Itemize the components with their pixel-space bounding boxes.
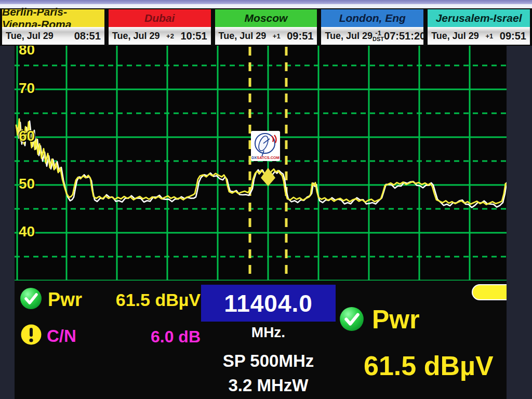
analyzer-panel: 8070605040 DXSATCS.COM Pwr 61.5 dBµV bbox=[15, 46, 507, 399]
bandwidth-readout: 3.2 MHzW bbox=[201, 376, 336, 395]
clock-city-label: Jerusalem-Israel bbox=[428, 9, 530, 27]
y-axis-tick-70: 70 bbox=[19, 81, 35, 96]
y-axis-tick-50: 50 bbox=[19, 177, 35, 191]
cn-value: 6.0 dB bbox=[82, 327, 201, 347]
clock-date: Tue, Jul 29 bbox=[6, 31, 54, 42]
clock-cell-dubai: DubaiTue, Jul 29+210:51 bbox=[108, 8, 212, 46]
frequency-display: 11404.0 bbox=[201, 285, 336, 322]
clock-time: 08:51 bbox=[74, 30, 101, 42]
clock-time: 07:51:20 bbox=[384, 30, 425, 42]
clock-cell-berlin-paris-vienna-roma: Berlin-Paris-Vienna-RomaTue, Jul 2908:51 bbox=[1, 8, 105, 46]
clock-time: 09:51 bbox=[287, 30, 313, 42]
cn-warning-icon bbox=[21, 324, 42, 345]
clock-utc-offset: +1 bbox=[479, 33, 500, 39]
clock-utc-offset: -1DST bbox=[373, 30, 384, 42]
clock-datetime-row: Tue, Jul 29+109:51 bbox=[215, 27, 317, 45]
logo-text: DXSATCS.COM bbox=[251, 155, 280, 160]
frequency-units: MHz. bbox=[201, 324, 336, 341]
clock-datetime-row: Tue, Jul 29+210:51 bbox=[109, 27, 211, 45]
world-clock-bar: Berlin-Paris-Vienna-RomaTue, Jul 2908:51… bbox=[0, 8, 532, 46]
frequency-value: 11404.0 bbox=[224, 289, 313, 317]
clock-city-label: Moscow bbox=[215, 9, 317, 27]
satmeter-screen: { "clockbar": { "cells": [ {"city":"Berl… bbox=[0, 0, 532, 399]
clock-cell-london-eng: London, EngTue, Jul 29-1DST07:51:20 bbox=[320, 8, 424, 46]
pwr-ok-check-icon-large bbox=[339, 307, 364, 331]
top-lavender-strip bbox=[0, 0, 532, 4]
clock-datetime-row: Tue, Jul 29+109:51 bbox=[428, 27, 530, 45]
yellow-function-button[interactable] bbox=[472, 284, 507, 300]
clock-city-label: London, Eng bbox=[321, 9, 423, 27]
main-display-area: 8070605040 DXSATCS.COM Pwr 61.5 dBµV bbox=[0, 46, 532, 399]
clock-utc-offset: +2 bbox=[160, 33, 181, 39]
clock-date: Tue, Jul 29 bbox=[219, 31, 267, 42]
clock-city-label: Dubai bbox=[109, 9, 211, 27]
span-readout: SP 500MHz bbox=[201, 351, 336, 371]
y-axis-tick-40: 40 bbox=[19, 224, 35, 239]
pwr-big-label: Pwr bbox=[372, 304, 420, 335]
readout-panel: Pwr 61.5 dBµV 11404.0 MHz. C/N 6.0 dB SP… bbox=[15, 281, 507, 399]
clock-date: Tue, Jul 29 bbox=[112, 31, 160, 42]
spectrum-plot bbox=[15, 46, 507, 281]
pwr-value: 61.5 dBµV bbox=[82, 290, 201, 310]
clock-date: Tue, Jul 29 bbox=[431, 31, 479, 42]
clock-time: 09:51 bbox=[500, 30, 526, 42]
y-axis-tick-80: 80 bbox=[19, 46, 35, 57]
clock-city-label: Berlin-Paris-Vienna-Roma bbox=[2, 9, 104, 27]
pwr-big-value: 61.5 dBµV bbox=[364, 350, 494, 381]
clock-cell-jerusalem-israel: Jerusalem-IsraelTue, Jul 29+109:51 bbox=[427, 8, 531, 46]
clock-datetime-row: Tue, Jul 2908:51 bbox=[2, 27, 104, 45]
y-axis-tick-60: 60 bbox=[19, 129, 35, 143]
dxsatcs-logo: DXSATCS.COM bbox=[251, 131, 280, 161]
pwr-ok-check-icon bbox=[20, 287, 42, 310]
clock-utc-offset: +1 bbox=[266, 33, 287, 39]
clock-cell-moscow: MoscowTue, Jul 29+109:51 bbox=[214, 8, 318, 46]
pwr-label: Pwr bbox=[48, 289, 82, 311]
clock-date: Tue, Jul 29 bbox=[325, 31, 373, 42]
clock-datetime-row: Tue, Jul 29-1DST07:51:20 bbox=[321, 27, 423, 45]
clock-time: 10:51 bbox=[180, 30, 207, 42]
cn-label: C/N bbox=[47, 326, 76, 346]
